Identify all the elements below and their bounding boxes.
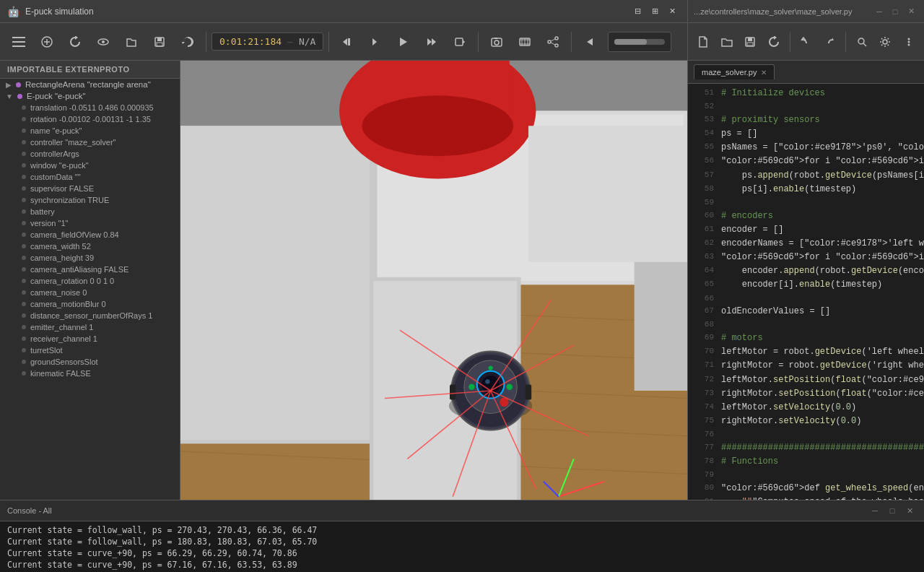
prop-translation[interactable]: translation -0.0511 0.486 0.000935 xyxy=(0,102,180,113)
svg-rect-12 xyxy=(348,38,350,46)
app-title: E-puck simulation xyxy=(25,6,624,17)
prop-name[interactable]: name "e-puck" xyxy=(0,125,180,136)
speed-slider-track[interactable] xyxy=(614,39,665,45)
code-more-button[interactable] xyxy=(898,29,920,55)
code-undo-button[interactable] xyxy=(796,29,817,55)
open-world-button[interactable] xyxy=(118,29,144,55)
tree-item-epuck[interactable]: ▼ E-puck "e-puck" xyxy=(0,90,180,102)
reload-world-button[interactable] xyxy=(62,29,88,55)
step-back-button[interactable] xyxy=(334,29,360,55)
prop-antialiasing[interactable]: camera_antiAliasing FALSE xyxy=(0,264,180,275)
code-settings-button[interactable] xyxy=(875,29,897,55)
svg-rect-1 xyxy=(12,41,25,43)
code-line-57: 57 ps.append(robot.getDevice(psNames[i])… xyxy=(688,169,924,183)
svg-point-30 xyxy=(548,40,551,43)
right-close-btn[interactable]: ✕ xyxy=(904,4,918,19)
share-button[interactable] xyxy=(540,29,566,55)
svg-rect-21 xyxy=(494,38,497,39)
prop-receiver-channel[interactable]: receiver_channel 1 xyxy=(0,333,180,344)
code-open-button[interactable] xyxy=(716,29,738,55)
tree-item-rectangle-arena[interactable]: ▶ RectangleArena "rectangle arena" xyxy=(0,79,180,90)
prop-ds-rays[interactable]: distance_sensor_numberOfRays 1 xyxy=(0,310,180,321)
prop-battery[interactable]: battery xyxy=(0,206,180,217)
reset-button[interactable] xyxy=(175,29,201,55)
console-close-btn[interactable]: ✕ xyxy=(902,503,917,518)
screenshot-button[interactable] xyxy=(484,29,510,55)
prop-supervisor[interactable]: supervisor FALSE xyxy=(0,183,180,194)
properties-list: translation -0.0511 0.486 0.000935 rotat… xyxy=(0,102,180,379)
maze-solver-tab[interactable]: maze_solver.py ✕ xyxy=(694,64,775,79)
prop-kinematic[interactable]: kinematic FALSE xyxy=(0,368,180,379)
view-button[interactable] xyxy=(90,29,116,55)
code-line-79: 79 xyxy=(688,469,924,482)
code-reload-button[interactable] xyxy=(763,29,785,55)
code-line-69: 69# motors xyxy=(688,332,924,345)
prop-controller[interactable]: controller "maze_solver" xyxy=(0,136,180,148)
svg-marker-14 xyxy=(400,38,407,46)
fast-forward-button[interactable] xyxy=(419,29,445,55)
code-find-button[interactable] xyxy=(851,29,873,55)
prop-ground-sensors[interactable]: groundSensorsSlot xyxy=(0,356,180,368)
code-line-62: 62encoderNames = ["color:#ce9178">'left … xyxy=(688,237,924,251)
save-world-button[interactable] xyxy=(147,29,173,55)
code-line-78: 78# Functions xyxy=(688,455,924,469)
movie-button[interactable] xyxy=(512,29,538,55)
right-maximize-btn[interactable]: □ xyxy=(888,4,902,19)
prop-motion-blur[interactable]: camera_motionBlur 0 xyxy=(0,298,180,310)
app-icon: 🤖 xyxy=(7,6,19,17)
console-output: Current state = follow_wall, ps = 270.43… xyxy=(0,521,924,572)
code-line-56: 56"color:#569cd6">for i "color:#569cd6">… xyxy=(688,155,924,168)
console-minimize-btn[interactable]: ─ xyxy=(868,503,882,518)
minimize-button[interactable]: ⊟ xyxy=(629,4,645,20)
code-line-53: 53# proximity sensors xyxy=(688,113,924,127)
svg-line-32 xyxy=(551,43,555,45)
svg-point-39 xyxy=(883,40,887,44)
prop-version[interactable]: version "1" xyxy=(0,217,180,229)
tab-close-icon[interactable]: ✕ xyxy=(761,69,767,77)
simulation-timer: 0:01:21:184 — N/A xyxy=(212,32,323,51)
prop-cam-rotation[interactable]: camera_rotation 0 0 1 0 xyxy=(0,275,180,287)
code-line-60: 60# encoders xyxy=(688,209,924,223)
console-panel: Console - All ─ □ ✕ Current state = foll… xyxy=(0,500,924,572)
code-redo-button[interactable] xyxy=(819,29,840,55)
code-new-button[interactable] xyxy=(692,29,714,55)
play-button[interactable] xyxy=(391,29,417,55)
tab-label: maze_solver.py xyxy=(702,68,757,77)
prop-synchronization[interactable]: synchronization TRUE xyxy=(0,194,180,206)
code-line-80: 80"color:#569cd6">def get_wheels_speed(e… xyxy=(688,482,924,495)
prop-cam-noise[interactable]: camera_noise 0 xyxy=(0,287,180,298)
back-button[interactable] xyxy=(577,29,603,55)
code-tab-bar: maze_solver.py ✕ xyxy=(688,61,924,84)
new-world-button[interactable] xyxy=(34,29,60,55)
epuck-dot xyxy=(17,94,22,99)
prop-window[interactable]: window "e-puck" xyxy=(0,160,180,171)
svg-rect-63 xyxy=(528,126,687,262)
maximize-button[interactable]: ⊞ xyxy=(647,4,663,20)
prop-emitter-channel[interactable]: emitter_channel 1 xyxy=(0,321,180,333)
prop-fov[interactable]: camera_fieldOfView 0.84 xyxy=(0,229,180,240)
step-button[interactable] xyxy=(362,29,388,55)
code-toolbar xyxy=(687,23,924,61)
code-editor-content[interactable]: 51# Initialize devices5253# proximity se… xyxy=(688,84,924,500)
prop-custom-data[interactable]: customData "" xyxy=(0,171,180,183)
code-save-button[interactable] xyxy=(739,29,761,55)
prop-rotation[interactable]: rotation -0.00102 -0.00131 -1 1.35 xyxy=(0,113,180,125)
close-button[interactable]: ✕ xyxy=(664,4,680,20)
code-line-54: 54ps = [] xyxy=(688,127,924,141)
prop-cam-width[interactable]: camera_width 52 xyxy=(0,240,180,252)
svg-point-75 xyxy=(468,384,474,390)
code-line-61: 61encoder = [] xyxy=(688,223,924,237)
panel-toggle-button[interactable] xyxy=(6,29,32,55)
code-line-76: 76 xyxy=(688,428,924,441)
console-line: Current state = follow_wall, ps = 180.83… xyxy=(7,536,917,547)
prop-cam-height[interactable]: camera_height 39 xyxy=(0,252,180,264)
toolbar-separator-2 xyxy=(328,32,329,52)
console-maximize-btn[interactable]: □ xyxy=(885,503,899,518)
viewport-scene xyxy=(180,61,687,500)
right-minimize-btn[interactable]: ─ xyxy=(872,4,886,19)
record-button[interactable] xyxy=(447,29,473,55)
tree-arrow-epuck: ▼ xyxy=(6,92,13,100)
prop-controller-args[interactable]: controllerArgs xyxy=(0,148,180,160)
3d-viewport[interactable] xyxy=(180,61,687,500)
prop-turret[interactable]: turretSlot xyxy=(0,344,180,356)
